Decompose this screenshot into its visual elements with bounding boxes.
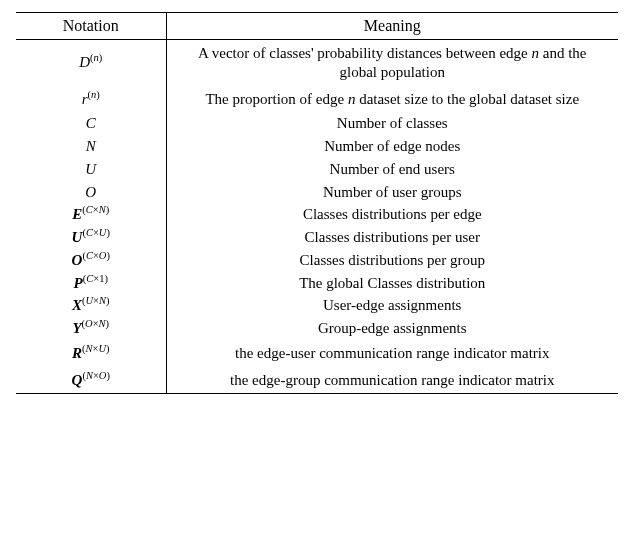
meaning-cell: Classes distributions per group — [166, 249, 618, 272]
notation-cell: O — [16, 181, 166, 204]
notation-cell: Y(O×N) — [16, 317, 166, 340]
notation-cell: D(n) — [16, 40, 166, 86]
meaning-cell: the edge-group communication range indic… — [166, 367, 618, 394]
notation-cell: X(U×N) — [16, 294, 166, 317]
notation-cell: O(C×O) — [16, 249, 166, 272]
notation-cell: C — [16, 112, 166, 135]
notation-cell: P(C×1) — [16, 272, 166, 295]
table-row: CNumber of classes — [16, 112, 618, 135]
meaning-cell: Number of edge nodes — [166, 135, 618, 158]
meaning-cell: The global Classes distribution — [166, 272, 618, 295]
table-row: ONumber of user groups — [16, 181, 618, 204]
table-row: E(C×N)Classes distributions per edge — [16, 203, 618, 226]
meaning-cell: Number of classes — [166, 112, 618, 135]
notation-cell: U — [16, 158, 166, 181]
meaning-cell: Classes distributions per edge — [166, 203, 618, 226]
table-row: X(U×N)User-edge assignments — [16, 294, 618, 317]
meaning-cell: A vector of classes' probability distanc… — [166, 40, 618, 86]
table-row: Q(N×O)the edge-group communication range… — [16, 367, 618, 394]
notation-cell: r(n) — [16, 86, 166, 113]
meaning-cell: Group-edge assignments — [166, 317, 618, 340]
table-row: Y(O×N)Group-edge assignments — [16, 317, 618, 340]
table-row: r(n)The proportion of edge n dataset siz… — [16, 86, 618, 113]
table-row: UNumber of end users — [16, 158, 618, 181]
notation-cell: R(N×U) — [16, 340, 166, 367]
header-meaning: Meaning — [166, 13, 618, 40]
table-row: O(C×O)Classes distributions per group — [16, 249, 618, 272]
meaning-cell: Number of end users — [166, 158, 618, 181]
table-row: U(C×U)Classes distributions per user — [16, 226, 618, 249]
notation-cell: E(C×N) — [16, 203, 166, 226]
notation-cell: U(C×U) — [16, 226, 166, 249]
table-header-row: Notation Meaning — [16, 13, 618, 40]
meaning-cell: Classes distributions per user — [166, 226, 618, 249]
table-row: P(C×1)The global Classes distribution — [16, 272, 618, 295]
meaning-cell: Number of user groups — [166, 181, 618, 204]
table-row: NNumber of edge nodes — [16, 135, 618, 158]
meaning-cell: User-edge assignments — [166, 294, 618, 317]
table-row: D(n)A vector of classes' probability dis… — [16, 40, 618, 86]
notation-table: Notation Meaning D(n)A vector of classes… — [16, 12, 618, 394]
table-row: R(N×U)the edge-user communication range … — [16, 340, 618, 367]
notation-cell: N — [16, 135, 166, 158]
header-notation: Notation — [16, 13, 166, 40]
meaning-cell: The proportion of edge n dataset size to… — [166, 86, 618, 113]
notation-cell: Q(N×O) — [16, 367, 166, 394]
meaning-cell: the edge-user communication range indica… — [166, 340, 618, 367]
